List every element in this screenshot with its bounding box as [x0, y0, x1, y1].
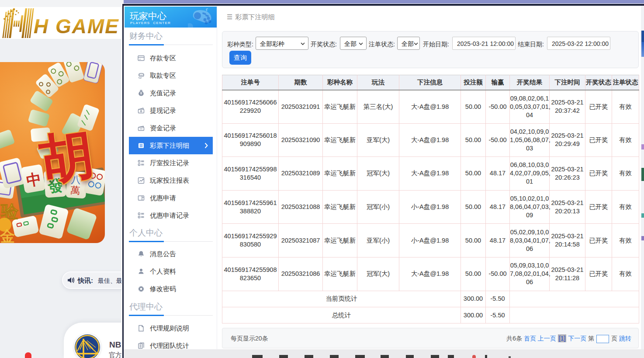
svg-text:中: 中: [25, 170, 42, 189]
svg-text:金: 金: [0, 228, 15, 243]
svg-text:H GAME: H GAME: [34, 15, 119, 38]
